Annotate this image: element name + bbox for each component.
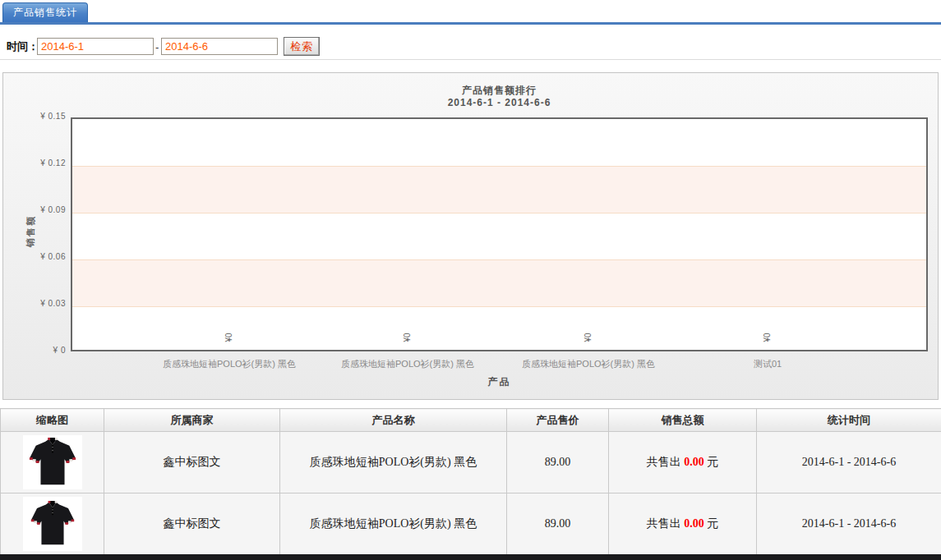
x-category-label: 测试01 — [754, 358, 782, 370]
filter-bar: 时间： - 检索 — [0, 36, 941, 57]
x-category-label: 质感珠地短袖POLO衫(男款) 黑色 — [163, 358, 296, 370]
search-button[interactable]: 检索 — [284, 37, 320, 56]
stat-period-cell: 2014-6-1 - 2014-6-6 — [757, 493, 941, 555]
header-thumbnail: 缩略图 — [1, 409, 104, 432]
black-polo-shirt-image — [30, 500, 76, 548]
table-row: 鑫中标图文 质感珠地短袖POLO衫(男款) 黑色 89.00 共售出 0.00 … — [1, 493, 941, 555]
product-name-cell: 质感珠地短袖POLO衫(男款) 黑色 — [280, 432, 507, 493]
sales-prefix: 共售出 — [647, 517, 685, 530]
date-to-input[interactable] — [161, 38, 278, 55]
stat-period-cell: 2014-6-1 - 2014-6-6 — [757, 432, 941, 493]
black-polo-shirt-image — [27, 437, 78, 488]
product-thumbnail — [23, 435, 82, 489]
tab-label: 产品销售统计 — [13, 7, 77, 18]
x-category-label: 质感珠地短袖POLO衫(男款) 黑色 — [341, 358, 474, 370]
plot-area: ¥0 ¥0 ¥0 ¥0 — [71, 117, 928, 351]
product-name-cell: 质感珠地短袖POLO衫(男款) 黑色 — [280, 493, 507, 555]
divider — [0, 59, 941, 60]
x-axis-title: 产品 — [71, 375, 928, 389]
price-cell: 89.00 — [507, 493, 609, 555]
thumbnail-cell — [1, 432, 104, 493]
data-point-label: ¥0 — [399, 329, 417, 346]
header-price: 产品售价 — [507, 409, 609, 432]
y-tick: ¥ 0.09 — [10, 205, 66, 214]
sales-chart-panel: 产品销售额排行 2014-6-1 - 2014-6-6 销售额 ¥ 0.15 ¥… — [2, 72, 939, 400]
thumbnail-cell — [1, 493, 104, 555]
sales-prefix: 共售出 — [647, 456, 685, 468]
bottom-bar — [0, 554, 941, 560]
y-tick: ¥ 0.12 — [10, 158, 66, 168]
y-tick: ¥ 0.03 — [10, 299, 66, 308]
date-range-separator: - — [155, 41, 159, 53]
data-point-label: ¥0 — [759, 329, 777, 346]
y-axis-title: 销售额 — [25, 215, 37, 247]
merchant-cell: 鑫中标图文 — [104, 432, 280, 493]
sales-suffix: 元 — [704, 456, 719, 468]
product-thumbnail — [23, 497, 82, 551]
plot-band — [72, 259, 926, 306]
data-point-label: ¥0 — [579, 329, 597, 346]
y-tick: ¥ 0.15 — [10, 112, 66, 121]
sales-amount: 0.00 — [684, 517, 704, 530]
price-cell: 89.00 — [507, 432, 609, 493]
sales-amount: 0.00 — [684, 456, 704, 468]
total-sales-cell: 共售出 0.00 元 — [609, 432, 757, 493]
total-sales-cell: 共售出 0.00 元 — [609, 493, 757, 555]
y-tick: ¥ 0 — [10, 346, 66, 355]
tab-product-sales-stats[interactable]: 产品销售统计 — [2, 2, 88, 22]
merchant-cell: 鑫中标图文 — [104, 493, 280, 555]
product-sales-statistics-page: 产品销售统计 时间： - 检索 产品销售额排行 2014-6-1 - 2014-… — [0, 0, 941, 560]
sales-stats-table: 缩略图 所属商家 产品名称 产品售价 销售总额 统计时间 — [0, 408, 941, 555]
plot-band — [72, 119, 926, 166]
table-row: 鑫中标图文 质感珠地短袖POLO衫(男款) 黑色 89.00 共售出 0.00 … — [1, 432, 941, 493]
header-stat-period: 统计时间 — [757, 409, 941, 432]
sales-suffix: 元 — [704, 517, 719, 530]
y-tick: ¥ 0.06 — [10, 252, 66, 261]
date-from-input[interactable] — [37, 38, 154, 55]
header-total-sales: 销售总额 — [609, 409, 757, 432]
time-label: 时间： — [7, 39, 39, 54]
header-product-name: 产品名称 — [280, 409, 507, 432]
data-point-label: ¥0 — [220, 329, 238, 346]
chart-title: 产品销售额排行 — [71, 84, 928, 98]
x-category-label: 质感珠地短袖POLO衫(男款) 黑色 — [522, 358, 655, 370]
plot-band — [72, 166, 926, 213]
plot-band — [72, 213, 926, 259]
table-header-row: 缩略图 所属商家 产品名称 产品售价 销售总额 统计时间 — [1, 409, 941, 432]
plot-band — [72, 306, 926, 353]
header-merchant: 所属商家 — [104, 409, 280, 432]
chart-subtitle: 2014-6-1 - 2014-6-6 — [71, 97, 928, 108]
tab-underline — [0, 22, 941, 25]
